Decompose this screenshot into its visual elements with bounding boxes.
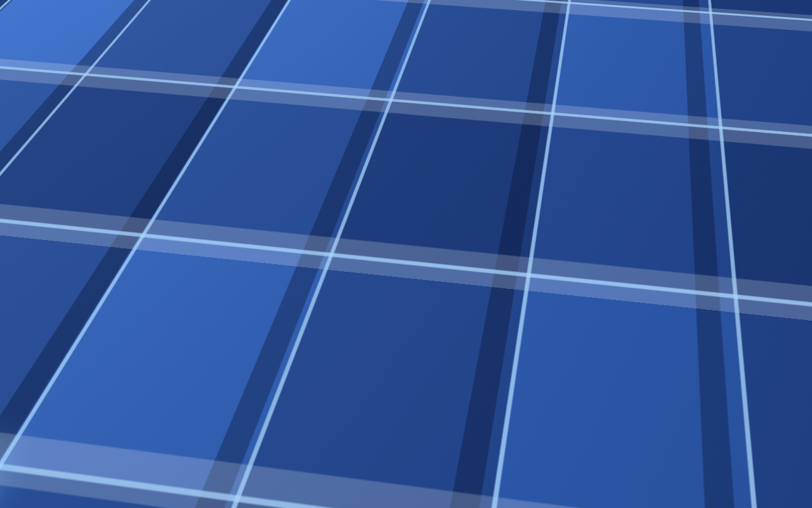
top-panel: >_ ▾ 1 2 3 4 [0, 0, 812, 21]
dropdown-arrow-icon[interactable]: ↓ [576, 271, 584, 281]
update-status-tray[interactable] [698, 0, 709, 21]
firefox-icon [92, 4, 105, 17]
panel-separator [236, 4, 237, 17]
lock-icon [775, 5, 785, 16]
panel-separator [139, 4, 140, 17]
window-title: Application Finder [224, 241, 596, 250]
workspace-1[interactable]: 1 [154, 0, 173, 21]
desktop-icon-label: Kali Live [23, 242, 56, 251]
volume-tray[interactable] [655, 0, 666, 21]
gears-icon: ⚙ ⚙ [233, 255, 251, 275]
search-input-value: x-terminal-emulator [273, 272, 355, 281]
desktop-icon-floppy-disk[interactable]: Floppy Disk [11, 268, 67, 310]
completion-item[interactable]: x-terminal-emulator [266, 288, 590, 306]
close-icon: × [582, 241, 589, 249]
application-finder-window: Application Finder × ⚙ ⚙ x-terminal-emul… [223, 236, 596, 316]
workspace-label: 4 [218, 5, 223, 15]
status-circle-icon [698, 5, 709, 16]
terminal-icon: >_ [114, 5, 128, 16]
chevron-down-icon[interactable]: ▾ [129, 7, 133, 14]
workspace-4[interactable]: 4 [211, 0, 230, 21]
workspace-label: 2 [180, 5, 185, 15]
logout-button[interactable] [796, 0, 807, 21]
taskbar-application-finder[interactable] [243, 0, 265, 21]
lock-screen-button[interactable] [775, 0, 785, 21]
minimize-button[interactable] [550, 241, 559, 250]
search-input[interactable]: x-terminal-emulator ↓ [266, 267, 589, 285]
desktop-icon-file-system[interactable]: File System [11, 91, 67, 133]
desktop-icon-label: Trash [29, 184, 49, 192]
desktop-icon-kali-live[interactable]: Kali Live [11, 209, 67, 251]
applications-menu-button[interactable] [5, 0, 24, 21]
kali-logo-icon [7, 3, 22, 18]
magnifier-icon [247, 3, 260, 16]
text-caret [360, 271, 362, 281]
display-settings-tray[interactable] [632, 0, 645, 21]
file-manager-launcher[interactable] [52, 0, 65, 21]
desktop-icon-home[interactable]: Home [11, 33, 67, 75]
maximize-button[interactable] [565, 241, 573, 250]
desktop-icon-label: Home [28, 66, 51, 75]
titlebar-buttons: × [550, 239, 591, 251]
display-icon [632, 6, 645, 15]
workspace-label: 3 [199, 5, 204, 15]
folder-icon [52, 7, 65, 16]
system-tray: 14:40 [632, 0, 807, 21]
desktop-icon-list: Home File System Trash Kali Live [11, 33, 67, 326]
desktop-icon-label: Floppy Disk [16, 301, 62, 310]
completion-popup: x-terminal-emulator [265, 288, 591, 318]
text-editor-launcher[interactable] [74, 0, 83, 21]
trash-icon [29, 154, 49, 178]
text-editor-icon [74, 4, 83, 17]
volume-icon [655, 6, 666, 16]
logout-icon [796, 6, 807, 16]
terminal-launcher[interactable]: >_ ▾ [114, 0, 133, 21]
bell-icon [676, 5, 688, 16]
firefox-launcher[interactable] [92, 0, 105, 21]
workspace-label: 1 [160, 5, 166, 15]
mouse-cursor [402, 250, 415, 265]
file-system-icon [27, 95, 51, 119]
workspace-3[interactable]: 3 [192, 0, 211, 21]
launcher-group: >_ ▾ [30, 0, 133, 21]
floppy-disk-icon [28, 273, 51, 296]
close-button[interactable]: × [579, 239, 591, 251]
window-icon [30, 5, 43, 17]
desktop-icon-label: File System [16, 124, 62, 133]
window-launcher[interactable] [30, 0, 43, 21]
home-icon [27, 37, 51, 61]
desktop-icon-trash[interactable]: Trash [11, 150, 67, 192]
workspace-switcher: 1 2 3 4 [154, 0, 230, 21]
gear-icon: ⚙ [237, 297, 245, 307]
workspace-2[interactable]: 2 [173, 0, 192, 21]
desktop-screen: >_ ▾ 1 2 3 4 [0, 0, 812, 508]
notifications-tray[interactable] [676, 0, 688, 21]
gear-icon: ⚙ [246, 266, 257, 279]
kali-live-icon [27, 213, 51, 237]
clock[interactable]: 14:40 [719, 0, 743, 21]
